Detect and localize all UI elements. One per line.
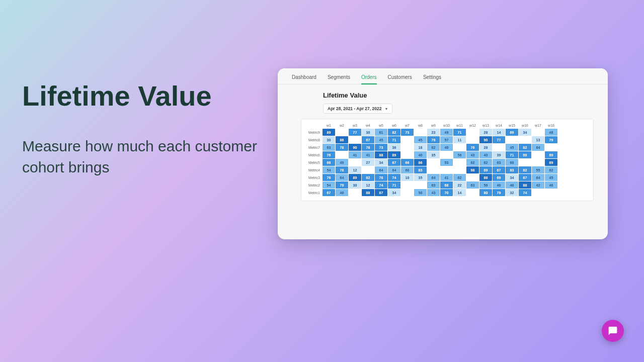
heatmap-cell: 83 (414, 166, 427, 173)
heatmap-cell: 67 (362, 136, 374, 143)
heatmap-cell: 18 (414, 144, 427, 151)
heatmap-cell: 67 (519, 174, 531, 181)
heatmap-cell: 77 (493, 136, 505, 143)
heatmap-cell: 14 (493, 129, 505, 136)
heatmap-cell: 69 (493, 174, 505, 181)
heatmap-cell (532, 159, 544, 166)
row-label: Metric3 (306, 174, 322, 181)
hero-title: Lifetime Value (22, 80, 264, 112)
heatmap-cell: 50 (414, 189, 427, 196)
heatmap-cell: 57 (440, 136, 453, 143)
heatmap-cell (427, 159, 440, 166)
heatmap-cell: 30 (362, 129, 374, 136)
heatmap-cell: 56 (479, 182, 492, 189)
row-label: Metric7 (306, 144, 322, 151)
heatmap-cell: 62 (545, 166, 557, 173)
tab-dashboard[interactable]: Dashboard (292, 74, 316, 84)
heatmap-cell: 78 (362, 144, 374, 151)
heatmap-cell: 83 (506, 166, 518, 173)
heatmap-cell: 89 (388, 151, 400, 158)
heatmap-cell: 30 (349, 182, 361, 189)
heatmap-cell: 71 (388, 136, 400, 143)
heatmap-cell (506, 136, 518, 143)
col-header: w15 (506, 123, 518, 128)
heatmap-cell: 78 (336, 166, 348, 173)
heatmap-cell (466, 189, 479, 196)
heatmap-cell: 30 (323, 136, 335, 143)
col-header: w17 (532, 123, 544, 128)
heatmap-cell: 63 (323, 144, 335, 151)
heatmap-cell: 88 (362, 189, 374, 196)
heatmap-cell: 63 (466, 182, 479, 189)
date-range-picker[interactable]: Apr 28, 2021 - Apr 27, 2022 ▼ (323, 104, 392, 114)
heatmap-cell: 76 (323, 174, 335, 181)
heatmap-cell: 28 (479, 144, 492, 151)
heatmap-cell: 64 (532, 144, 544, 151)
heatmap-cell: 88 (479, 174, 492, 181)
row-label: Metric2 (306, 182, 322, 189)
heatmap-cell: 69 (506, 129, 518, 136)
heatmap-cell: 88 (375, 151, 387, 158)
heatmap-cell: 64 (375, 166, 387, 173)
col-header: w12 (466, 123, 479, 128)
tab-customers[interactable]: Customers (388, 74, 412, 84)
heatmap-cell: 39 (493, 151, 505, 158)
heatmap-cell (466, 129, 479, 136)
heatmap-cell: 90 (349, 144, 361, 151)
heatmap-cell (466, 174, 479, 181)
heatmap-cell: 60 (506, 159, 518, 166)
heatmap-cell: 82 (362, 174, 374, 181)
heatmap-cell (519, 159, 531, 166)
tab-segments[interactable]: Segments (328, 74, 350, 84)
heatmap-cell: 89 (323, 129, 335, 136)
col-header: w1 (323, 123, 335, 128)
heatmap-cell: 41 (349, 151, 361, 158)
chat-button[interactable] (602, 320, 624, 342)
heatmap-cell: 87 (375, 189, 387, 196)
heatmap-cell (349, 189, 361, 196)
heatmap-cell: 14 (453, 189, 466, 196)
col-header: w5 (375, 123, 387, 128)
heatmap-cell: 34 (375, 159, 387, 166)
heatmap-cell: 61 (375, 129, 387, 136)
row-label: Metric9 (306, 129, 322, 136)
tab-orders[interactable]: Orders (361, 74, 377, 84)
col-header: w8 (414, 123, 427, 128)
heatmap-cell: 71 (453, 129, 466, 136)
heatmap-cell: 48 (545, 129, 557, 136)
heatmap-cell: 40 (414, 151, 427, 158)
chat-icon (608, 326, 618, 336)
heatmap-cell: 73 (401, 129, 414, 136)
col-header: w9 (427, 123, 440, 128)
heatmap-cell: 66 (323, 159, 335, 166)
cohort-heatmap: w1w2w3w4w5w6w7w8w9w10w11w12w13w14w15w16w… (301, 119, 594, 201)
heatmap-cell: 78 (336, 144, 348, 151)
heatmap-cell: 69 (545, 151, 557, 158)
heatmap-cell (532, 151, 544, 158)
heatmap-cell: 12 (362, 182, 374, 189)
row-label: Metric1 (306, 189, 322, 196)
col-header: w6 (388, 123, 400, 128)
heatmap-cell (466, 136, 479, 143)
heatmap-cell (545, 189, 557, 196)
heatmap-cell: 89 (349, 174, 361, 181)
tab-settings[interactable]: Settings (423, 74, 441, 84)
heatmap-cell: 49 (336, 159, 348, 166)
heatmap-cell (362, 166, 374, 173)
row-label: Metric4 (306, 166, 322, 173)
heatmap-cell: 67 (388, 159, 400, 166)
heatmap-cell (414, 182, 427, 189)
heatmap-cell: 79 (427, 136, 440, 143)
heatmap-cell: 64 (427, 174, 440, 181)
heatmap-cell: 45 (545, 174, 557, 181)
heatmap-cell: 82 (519, 166, 531, 173)
heatmap-cell: 32 (506, 189, 518, 196)
heatmap-cell (519, 136, 531, 143)
date-range-label: Apr 28, 2021 - Apr 27, 2022 (328, 106, 381, 111)
heatmap-cell: 55 (532, 166, 544, 173)
heatmap-cell: 82 (388, 129, 400, 136)
col-header: w7 (401, 123, 414, 128)
heatmap-cell: 11 (453, 136, 466, 143)
heatmap-cell (440, 151, 453, 158)
chevron-down-icon: ▼ (384, 107, 388, 111)
